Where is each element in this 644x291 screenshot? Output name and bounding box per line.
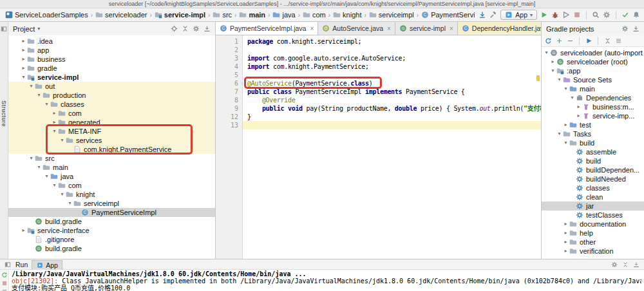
chevron-right-icon[interactable]: ▸ bbox=[562, 229, 569, 238]
project-tree-item[interactable]: ▾classes bbox=[8, 100, 215, 109]
project-tree-item[interactable]: ▸business bbox=[8, 55, 215, 64]
hide-panel-icon[interactable] bbox=[632, 261, 640, 268]
chevron-down-icon[interactable]: ▾ bbox=[51, 127, 58, 136]
gradle-tree-item[interactable]: ▾build bbox=[542, 138, 644, 147]
chevron-down-icon[interactable]: ▾ bbox=[543, 48, 550, 57]
editor-tab[interactable]: CDependencyHandler.java× bbox=[458, 22, 541, 35]
project-tree-item[interactable]: ▾service-impl bbox=[8, 73, 215, 82]
bell-icon[interactable] bbox=[632, 11, 640, 19]
gear-gray-icon[interactable] bbox=[192, 25, 200, 33]
menu-icon[interactable] bbox=[1, 288, 8, 291]
minus-icon[interactable] bbox=[566, 37, 574, 45]
chevron-right-icon[interactable]: ▸ bbox=[20, 64, 27, 73]
gear-gray-icon[interactable] bbox=[611, 261, 618, 268]
gradle-tree-item[interactable]: ▸help bbox=[542, 229, 644, 238]
gradle-tree-item[interactable]: classes bbox=[542, 183, 644, 192]
stop-red-icon[interactable] bbox=[1, 279, 8, 287]
code-line[interactable]: public void pay(String productName, doub… bbox=[243, 104, 541, 113]
close-tab-icon[interactable]: × bbox=[450, 25, 453, 32]
console-line[interactable]: objc[21302]: Class JavaLaunchHelper is i… bbox=[12, 277, 641, 285]
play-green-icon[interactable] bbox=[540, 11, 548, 19]
chevron-down-icon[interactable]: ▾ bbox=[66, 199, 73, 208]
chevron-right-icon[interactable]: ▸ bbox=[562, 247, 569, 256]
gradle-tree-item[interactable]: ▸service-imp... bbox=[542, 111, 644, 120]
hammer-icon[interactable] bbox=[489, 11, 497, 19]
collapse-all-icon[interactable] bbox=[621, 261, 629, 268]
project-tree-item[interactable]: ▾com bbox=[8, 181, 215, 190]
rerun-icon[interactable] bbox=[1, 271, 8, 279]
hide-panel-icon[interactable] bbox=[632, 25, 639, 33]
console-line[interactable]: /Library/Java/JavaVirtualMachines/jdk1.8… bbox=[12, 270, 641, 277]
editor-tab[interactable]: @AutoService.java× bbox=[318, 22, 395, 35]
gradle-tree-item[interactable]: testClasses bbox=[542, 211, 644, 220]
gradle-tree-item[interactable]: ▸Gserviceloader (root) bbox=[542, 57, 644, 66]
play-blue-icon[interactable] bbox=[585, 37, 592, 45]
target-icon[interactable] bbox=[170, 25, 178, 33]
project-tree-item[interactable]: ▾main bbox=[8, 163, 215, 172]
gradle-tree-item[interactable]: ▸verification bbox=[542, 247, 644, 256]
collapse-all-icon[interactable] bbox=[181, 25, 189, 33]
chevron-right-icon[interactable]: ▸ bbox=[20, 55, 27, 64]
chevron-right-icon[interactable]: ▸ bbox=[20, 46, 27, 55]
collapse-all-icon[interactable] bbox=[603, 37, 611, 45]
gradle-tree-item[interactable]: ▾Dependencies bbox=[542, 93, 644, 102]
code-line[interactable]: package com.knight.serviceimpl; bbox=[243, 37, 541, 46]
gradle-tree-item[interactable]: ▾main bbox=[542, 84, 644, 93]
chevron-down-icon[interactable]: ▾ bbox=[59, 190, 66, 199]
project-tree-item[interactable]: ▾java bbox=[8, 172, 215, 181]
chevron-down-icon[interactable]: ▾ bbox=[35, 91, 43, 100]
breadcrumb-item[interactable]: src bbox=[211, 11, 233, 19]
code-area[interactable]: package com.knight.serviceimpl;import co… bbox=[243, 35, 541, 259]
project-tree-item[interactable]: ▸com bbox=[8, 109, 215, 118]
project-tool-icon[interactable] bbox=[0, 25, 8, 33]
chevron-down-icon[interactable]: ▾ bbox=[562, 84, 569, 93]
code-line[interactable]: @AutoService(PaymentService.class) bbox=[243, 79, 541, 88]
code-line[interactable] bbox=[243, 46, 541, 54]
chevron-down-icon[interactable]: ▾ bbox=[43, 100, 50, 109]
vcs-down-icon[interactable] bbox=[478, 11, 486, 19]
gradle-tree-item[interactable]: build bbox=[542, 156, 644, 165]
gradle-tree-item[interactable]: ▾Tasks bbox=[542, 129, 644, 138]
chevron-down-icon[interactable]: ▾ bbox=[37, 26, 40, 32]
refresh-icon[interactable] bbox=[544, 37, 552, 45]
coverage-icon[interactable] bbox=[562, 11, 570, 19]
project-tree-item[interactable]: ▸generated bbox=[8, 118, 215, 127]
gradle-tree-item[interactable]: ▸other bbox=[542, 238, 644, 247]
project-tree-item[interactable]: ▾knight bbox=[8, 190, 215, 199]
chevron-right-icon[interactable]: ▸ bbox=[549, 57, 556, 66]
code-line[interactable]: import com.knight.PaymentService; bbox=[243, 62, 541, 71]
breadcrumb-item[interactable]: java bbox=[271, 11, 296, 19]
breadcrumb-item[interactable]: serviceloader bbox=[94, 11, 148, 19]
chevron-down-icon[interactable]: ▾ bbox=[28, 154, 35, 163]
debug-bug-icon[interactable] bbox=[551, 11, 559, 19]
gradle-tree-item[interactable]: jar bbox=[542, 202, 644, 211]
gradle-tree-item[interactable]: clean bbox=[542, 192, 644, 202]
chevron-down-icon[interactable]: ▾ bbox=[35, 163, 43, 172]
chevron-right-icon[interactable]: ▸ bbox=[562, 220, 569, 229]
breadcrumb-item[interactable]: serviceimpl bbox=[368, 11, 415, 19]
vcs-check-icon[interactable] bbox=[621, 11, 629, 19]
project-tree-item[interactable]: ▾production bbox=[8, 91, 215, 100]
project-tree-item[interactable]: ▾out bbox=[8, 82, 215, 91]
chevron-right-icon[interactable]: ▸ bbox=[51, 118, 58, 127]
project-tree-item[interactable]: ▸app bbox=[8, 46, 215, 55]
code-line[interactable] bbox=[243, 71, 541, 79]
editor-tab[interactable]: Gservice-impl× bbox=[395, 22, 458, 35]
code-line[interactable]: import com.google.auto.service.AutoServi… bbox=[243, 54, 541, 62]
chevron-down-icon[interactable]: ▾ bbox=[562, 138, 569, 147]
stop-icon[interactable] bbox=[573, 11, 581, 19]
magnifier-icon[interactable] bbox=[592, 11, 600, 19]
chevron-down-icon[interactable]: ▾ bbox=[28, 82, 35, 91]
chevron-down-icon[interactable]: ▾ bbox=[43, 172, 50, 181]
breadcrumb-item[interactable]: service-impl bbox=[153, 11, 207, 19]
gear-gray-icon[interactable] bbox=[621, 25, 629, 33]
tool-window-button[interactable]: Structure bbox=[1, 100, 7, 127]
gradle-tree-item[interactable]: ▾:app bbox=[542, 66, 644, 75]
run-config-selector[interactable]: App ▾ bbox=[500, 10, 537, 20]
error-stripe-mark[interactable] bbox=[536, 75, 540, 81]
project-tree-item[interactable]: Gbuild.gradle bbox=[8, 217, 215, 226]
project-tree-item[interactable]: ▾serviceimpl bbox=[8, 199, 215, 208]
code-line[interactable]: public class PaymentServiceImpl implemen… bbox=[243, 88, 541, 96]
chevron-down-icon[interactable]: ▾ bbox=[569, 93, 576, 102]
chevron-right-icon[interactable]: ▸ bbox=[20, 226, 27, 235]
